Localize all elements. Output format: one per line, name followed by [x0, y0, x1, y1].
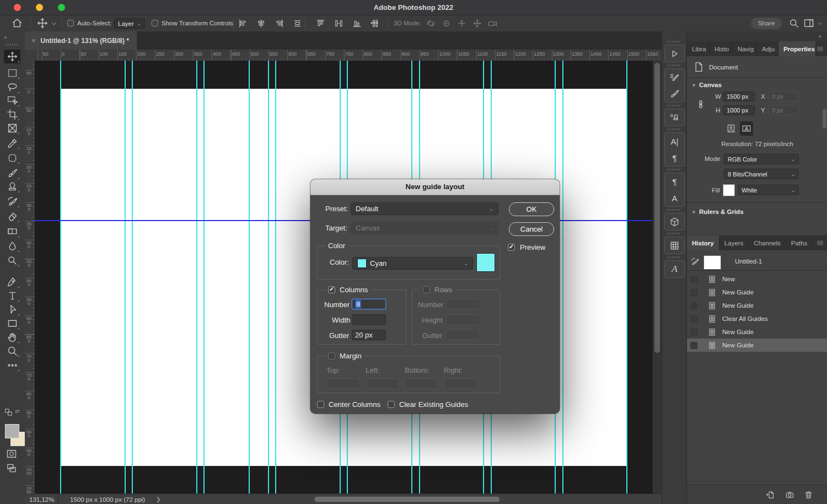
more-options-button[interactable]: ••• [370, 19, 379, 26]
frame-tool[interactable] [4, 121, 20, 135]
history-state-row[interactable]: New Guide [687, 339, 827, 352]
zoom-tool[interactable] [4, 344, 20, 358]
horizontal-ruler[interactable]: 5005010015020025030035040045050055060065… [35, 50, 662, 61]
glyphs-panel-icon[interactable]: A [665, 261, 684, 277]
home-icon[interactable] [11, 17, 23, 29]
history-source-well[interactable] [690, 342, 697, 349]
panel-group-grip[interactable] [668, 169, 681, 170]
pen-tool[interactable] [4, 275, 20, 289]
vertical-guide[interactable] [268, 61, 269, 494]
panel-tab-channels[interactable]: Channels [749, 235, 786, 250]
hand-tool[interactable] [4, 330, 20, 344]
fill-dropdown[interactable]: White⌄ [738, 185, 799, 195]
cancel-button[interactable]: Cancel [509, 222, 554, 236]
portrait-orientation-button[interactable] [724, 121, 738, 136]
vertical-guide[interactable] [125, 61, 126, 494]
new-document-from-state-icon[interactable] [766, 490, 775, 500]
close-tab-icon[interactable]: × [31, 36, 36, 45]
character-styles-panel-icon[interactable]: A [665, 190, 684, 206]
panel-menu-icon[interactable] [816, 235, 827, 250]
panel-group-grip[interactable] [668, 209, 681, 211]
new-snapshot-icon[interactable] [785, 490, 794, 500]
distribute-centers-icon[interactable] [293, 19, 302, 28]
brush-settings-panel-icon[interactable] [665, 69, 684, 85]
canvas-section-header[interactable]: Canvas [699, 82, 722, 88]
canvas-width-input[interactable]: 1500 px [723, 92, 755, 101]
gradient-tool[interactable] [4, 224, 20, 238]
blur-tool[interactable] [4, 239, 20, 253]
history-state-row[interactable]: New Guide [687, 299, 827, 312]
3d-camera-icon[interactable] [487, 18, 498, 29]
horizontal-scrollbar-thumb[interactable] [314, 496, 500, 502]
healing-tool[interactable] [4, 151, 20, 165]
auto-select-checkbox[interactable] [67, 20, 74, 26]
history-source-well[interactable] [690, 302, 697, 309]
vertical-ruler[interactable]: 5005010015020025030035040045050055060065… [25, 61, 35, 494]
history-brush-tool[interactable] [4, 195, 20, 208]
rectangle-tool[interactable] [4, 317, 20, 330]
tools-grip[interactable] [6, 44, 19, 46]
history-source-well[interactable] [690, 315, 697, 323]
character-panel-icon[interactable]: A| [665, 133, 684, 149]
delete-state-icon[interactable] [804, 490, 813, 500]
mini-swatches-icon[interactable] [4, 408, 13, 416]
guide-color-swatch[interactable] [476, 253, 495, 272]
brush-tool[interactable] [4, 167, 20, 180]
vertical-guide[interactable] [203, 61, 205, 494]
panel-tab-libra[interactable]: Libra [687, 41, 710, 56]
vertical-guide[interactable] [275, 61, 276, 494]
center-columns-checkbox[interactable] [317, 401, 324, 408]
swap-colors-icon[interactable]: ⇄ [15, 408, 19, 414]
vertical-guide[interactable] [562, 61, 563, 494]
marquee-tool[interactable] [4, 66, 20, 80]
history-brush-source-icon[interactable] [690, 257, 700, 266]
panel-group-grip[interactable] [668, 105, 681, 106]
history-source-well[interactable] [690, 276, 697, 283]
preset-dropdown[interactable]: Default⌄ [351, 202, 498, 215]
3d-roll-icon[interactable] [441, 18, 452, 29]
distribute-h-icon[interactable] [334, 19, 343, 28]
panel-group-grip[interactable] [668, 233, 681, 234]
vertical-guide[interactable] [249, 61, 250, 494]
landscape-orientation-button[interactable] [740, 121, 753, 136]
chevron-down-icon[interactable] [818, 21, 823, 26]
guide-color-dropdown[interactable]: Cyan ⌄ [352, 257, 473, 270]
columns-checkbox[interactable] [328, 286, 335, 293]
bit-depth-dropdown[interactable]: 8 Bits/Channel⌄ [724, 169, 799, 179]
panel-scrollbar-thumb[interactable] [823, 109, 826, 128]
clone-source-panel-icon[interactable] [665, 109, 684, 126]
move-tool-icon[interactable] [36, 17, 49, 29]
panel-tab-history[interactable]: History [687, 235, 719, 250]
object-select-tool[interactable] [4, 94, 20, 108]
crop-tool[interactable] [4, 108, 20, 121]
brushes-panel-icon[interactable] [665, 85, 684, 102]
vertical-scrollbar-thumb[interactable] [654, 63, 660, 353]
panel-group-grip[interactable] [668, 128, 681, 130]
panel-tab-histo[interactable]: Histo [710, 41, 733, 56]
align-right-icon[interactable] [275, 19, 284, 28]
align-center-h-icon[interactable] [256, 19, 266, 28]
snapshot-thumbnail[interactable] [704, 255, 721, 270]
panel-group-grip[interactable] [668, 256, 681, 258]
show-transform-checkbox[interactable] [152, 20, 158, 26]
dialog-title[interactable]: New guide layout [310, 179, 560, 195]
align-top-icon[interactable] [316, 19, 325, 28]
auto-select-target-dropdown[interactable]: Layer⌄ [114, 18, 145, 29]
ellipsis-tool[interactable] [4, 358, 20, 372]
panel-menu-icon[interactable] [816, 41, 827, 56]
panels-collapse-button[interactable]: » [818, 33, 822, 39]
panel-tab-adju[interactable]: Adju [757, 41, 778, 56]
ok-button[interactable]: OK [509, 202, 554, 216]
history-state-row[interactable]: New Guide [687, 286, 827, 299]
panel-tab-properties[interactable]: Properties [778, 41, 816, 56]
history-state-row[interactable]: New Guide [687, 325, 827, 339]
eyedropper-tool[interactable] [4, 136, 20, 150]
search-icon[interactable] [788, 18, 799, 29]
vertical-guide[interactable] [60, 61, 61, 494]
tools-collapse-button[interactable]: » [4, 34, 8, 40]
align-bottom-icon[interactable] [352, 19, 362, 28]
panel-group-grip[interactable] [668, 65, 681, 66]
vertical-guide[interactable] [626, 61, 627, 494]
vertical-guide[interactable] [196, 61, 197, 494]
screen-mode-icon[interactable] [6, 463, 17, 474]
